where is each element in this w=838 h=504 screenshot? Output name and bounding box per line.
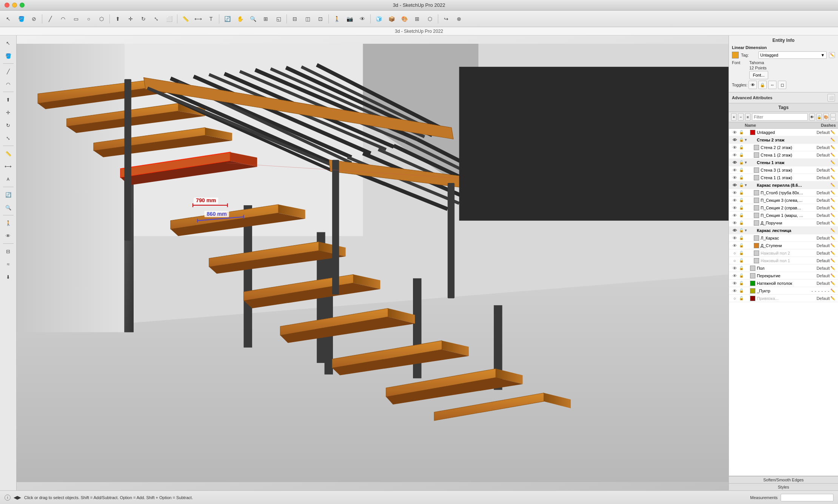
intersect[interactable]: ⊗ [453, 13, 465, 25]
tag-eye-stena1-1[interactable]: 👁 [731, 175, 738, 180]
zoom-lt[interactable]: 🔍 [2, 201, 14, 214]
tag-lock-sek2right[interactable]: 🔓 [738, 206, 745, 210]
tag-color-untagged[interactable] [750, 130, 755, 135]
tag-row-nakovypol2[interactable]: ○🔓Нажовый пол 2Default✏️ [729, 249, 838, 257]
tag-row-steny1etazh[interactable]: 👁🔓▾Стены 1 этаж✏️ [729, 159, 838, 166]
dim-tool[interactable]: ⟷ [192, 13, 204, 25]
toggle-visible[interactable]: 👁 [749, 81, 757, 89]
tag-row-stena2-2[interactable]: 👁🔓Стена 2 (2 этаж)Default✏️ [729, 144, 838, 151]
tag-edit-steny1etazh[interactable]: ✏️ [830, 160, 836, 164]
tag-edit-sek1marsh[interactable]: ✏️ [830, 213, 836, 217]
tag-arrow-steny2etazh[interactable]: ▾ [745, 138, 750, 142]
3d-viewport[interactable]: 790 mm 860 mm [17, 35, 729, 490]
tag-row-dstupeni[interactable]: 👁🔓Д_СтупениDefault✏️ [729, 242, 838, 249]
tag-eye-dstupeni[interactable]: 👁 [731, 243, 738, 248]
adv-attr-expand[interactable]: ⬜ [827, 94, 835, 101]
tag-edit-natpotolok[interactable]: ✏️ [830, 281, 836, 285]
styles-btn[interactable]: Styles [729, 483, 838, 490]
drape-lt[interactable]: ⬇ [2, 271, 14, 283]
tag-lock-natpotolok[interactable]: 🔓 [738, 281, 745, 285]
select-lt[interactable]: ↖ [2, 37, 14, 49]
tape-lt[interactable]: 📏 [2, 148, 14, 160]
tag-color-sek3left[interactable] [754, 198, 759, 203]
move-tool[interactable]: ✛ [125, 13, 137, 25]
push-lt[interactable]: ⬆ [2, 94, 14, 106]
offset-tool[interactable]: ⬜ [163, 13, 175, 25]
tag-row-natpotolok[interactable]: 👁🔓Натяжной потолокDefault✏️ [729, 280, 838, 287]
line-lt[interactable]: ╱ [2, 65, 14, 77]
tag-lock-untagged[interactable]: 🔓 [738, 130, 745, 134]
tag-eye-karkaslestn[interactable]: 👁 [731, 228, 738, 233]
zoom-tool[interactable]: 🔍 [247, 13, 259, 25]
tag-edit-karkasperil[interactable]: ✏️ [830, 183, 836, 187]
tape-tool[interactable]: 📏 [179, 13, 191, 25]
tag-lock-stena1-2[interactable]: 🔓 [738, 153, 745, 157]
xray-tool[interactable]: ⊡ [314, 13, 327, 25]
tag-eye-stena1-2[interactable]: 👁 [731, 153, 738, 157]
tag-lock-sek1marsh[interactable]: 🔓 [738, 213, 745, 217]
select-tool[interactable]: ↖ [2, 13, 14, 25]
tag-row-karkasbase[interactable]: 👁🔓Л_КаркасDefault✏️ [729, 234, 838, 242]
tag-color-unknown1[interactable] [750, 296, 755, 301]
tag-row-stolb80x80[interactable]: 👁🔓П_Столб (труба 80x80)Default✏️ [729, 189, 838, 197]
tag-edit-untagged[interactable]: ✏️ [830, 130, 836, 134]
tag-color-karkasbase[interactable] [754, 235, 759, 241]
tag-lock-lpuktr[interactable]: 🔓 [738, 289, 745, 293]
pan-tool[interactable]: ✋ [234, 13, 246, 25]
tags-color-btn[interactable]: 🎨 [823, 113, 829, 121]
tag-eye-natpotolok[interactable]: 👁 [731, 281, 738, 286]
tag-row-dporuchni[interactable]: 👁🔓Д_ПоручниDefault✏️ [729, 219, 838, 227]
tags-list[interactable]: 👁🔓UntaggedDefault✏️👁🔓▾Стены 2 этаж✏️👁🔓Ст… [729, 129, 838, 476]
color-swatch[interactable] [732, 52, 739, 58]
component-tool[interactable]: 🧊 [373, 13, 385, 25]
tags-lock-btn[interactable]: 🔒 [816, 113, 822, 121]
tags-remove-btn[interactable]: − [738, 113, 743, 121]
tag-color-pol[interactable] [750, 266, 755, 271]
tag-row-sek2right[interactable]: 👁🔓П_Секция 2 (справа, 2.75 п/м)Default✏️ [729, 204, 838, 212]
tag-lock-stolb80x80[interactable]: 🔓 [738, 191, 745, 195]
position-camera[interactable]: 👁 [356, 13, 368, 25]
tag-color-stena3-1[interactable] [754, 167, 759, 173]
tag-edit-karkaslestn[interactable]: ✏️ [830, 228, 836, 232]
tag-edit-steny2etazh[interactable]: ✏️ [830, 138, 836, 142]
orbit-lt[interactable]: 🔄 [2, 189, 14, 201]
tag-lock-dporuchni[interactable]: 🔓 [738, 221, 745, 225]
scale-tool[interactable]: ⤡ [150, 13, 162, 25]
tag-eye-nakovypol2[interactable]: ○ [731, 251, 738, 255]
tag-lock-nakovypol2[interactable]: 🔓 [738, 251, 745, 255]
font-button[interactable]: Font... [749, 71, 768, 79]
tag-color-dporuchni[interactable] [754, 220, 759, 226]
tag-eye-stena2-2[interactable]: 👁 [731, 145, 738, 150]
tag-dropdown-icon[interactable]: ▼ [821, 53, 825, 57]
tag-field[interactable]: Untagged ▼ [758, 51, 827, 59]
tag-color-sek1marsh[interactable] [754, 213, 759, 218]
tag-edit-stena1-1[interactable]: ✏️ [830, 175, 836, 180]
tag-edit-dstupeni[interactable]: ✏️ [830, 243, 836, 247]
tag-eye-stena3-1[interactable]: 👁 [731, 168, 738, 172]
tag-edit-btn[interactable]: ✏️ [829, 52, 835, 58]
tag-edit-sek2right[interactable]: ✏️ [830, 206, 836, 210]
arc-tool[interactable]: ◠ [57, 13, 69, 25]
tag-eye-sek2right[interactable]: 👁 [731, 206, 738, 210]
tag-lock-karkaslestn[interactable]: 🔓 [738, 228, 745, 232]
tag-edit-stena1-2[interactable]: ✏️ [830, 153, 836, 157]
erase-tool[interactable]: ⊘ [28, 13, 40, 25]
tags-more-btn[interactable]: ⋯ [830, 113, 836, 121]
tag-color-lpuktr[interactable] [750, 288, 755, 293]
circle-tool[interactable]: ○ [83, 13, 95, 25]
orbit-tool[interactable]: 🔄 [221, 13, 233, 25]
measurements-field[interactable] [781, 494, 833, 501]
tag-lock-karkasbase[interactable]: 🔓 [738, 236, 745, 240]
tag-eye-untagged[interactable]: 👁 [731, 130, 738, 135]
walk-lt[interactable]: 🚶 [2, 217, 14, 229]
minimize-button[interactable] [12, 3, 17, 8]
tag-lock-stena3-1[interactable]: 🔓 [738, 168, 745, 172]
toggle-lock[interactable]: 🔒 [758, 81, 767, 89]
toggle-dim[interactable]: ◻ [778, 81, 786, 89]
tag-color-dstupeni[interactable] [754, 243, 759, 248]
tag-edit-stolb80x80[interactable]: ✏️ [830, 191, 836, 195]
tag-eye-dporuchni[interactable]: 👁 [731, 221, 738, 225]
move-lt[interactable]: ✛ [2, 106, 14, 118]
soften-smooth-btn[interactable]: Soften/Smooth Edges [729, 476, 838, 483]
tag-lock-stena2-2[interactable]: 🔓 [738, 145, 745, 149]
